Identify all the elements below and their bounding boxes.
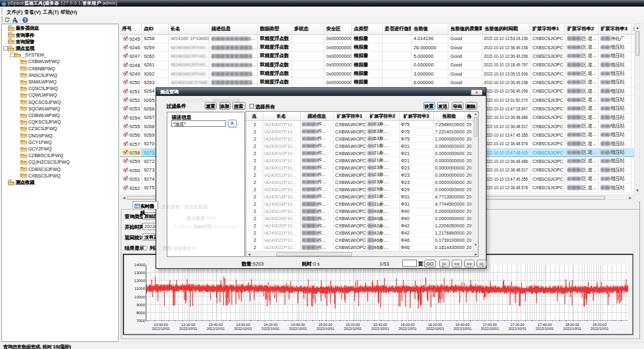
svg-text:?: ? [24, 18, 26, 22]
